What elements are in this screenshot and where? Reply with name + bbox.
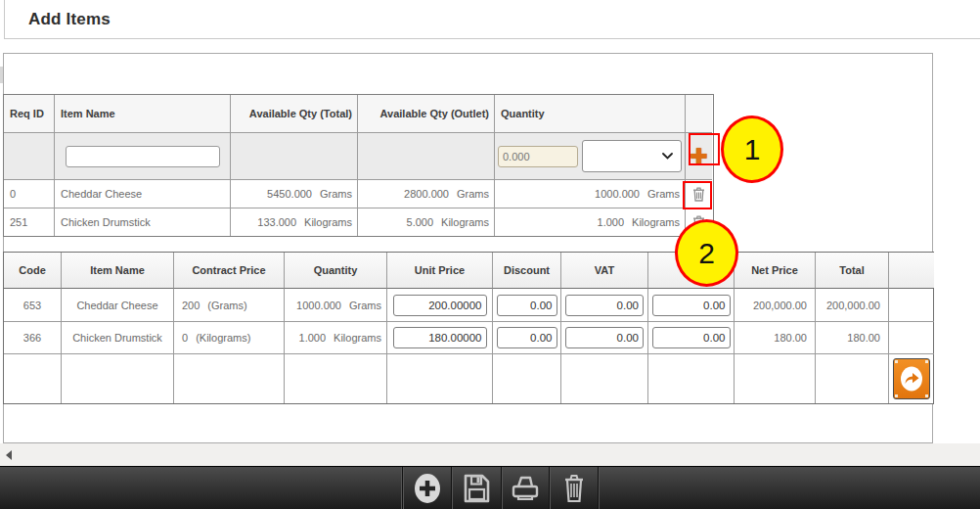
col-header-discount: Discount xyxy=(493,253,561,289)
discount-cell xyxy=(493,322,561,354)
col-header-code: Code xyxy=(4,253,62,289)
discount-cell xyxy=(493,289,561,322)
filter-actions-cell: ✚ xyxy=(686,133,712,180)
row-actions-cell xyxy=(889,289,934,322)
discount-input[interactable] xyxy=(497,295,557,316)
annotation-step-2: 2 xyxy=(675,219,738,287)
row-actions-cell xyxy=(686,180,712,208)
col-header-contract-price: Contract Price xyxy=(174,253,285,289)
item-name-cell: Cheddar Cheese xyxy=(55,180,231,208)
delete-icon xyxy=(563,474,585,503)
filter-req-id-cell xyxy=(4,133,55,180)
add-circle-icon xyxy=(413,472,442,505)
code-cell: 366 xyxy=(4,322,62,354)
annotation-step-1: 1 xyxy=(721,116,783,183)
discount-input[interactable] xyxy=(497,327,557,348)
requisition-table: Req ID Item Name Available Qty (Total) A… xyxy=(3,94,714,237)
horizontal-scrollbar xyxy=(0,443,980,466)
item-name-cell: Chicken Drumstick xyxy=(55,208,231,236)
filter-available-outlet-cell xyxy=(358,133,495,180)
net-price-cell: 180.00 xyxy=(735,322,816,354)
col-header-req-id: Req ID xyxy=(4,95,55,133)
available-outlet-cell: 2800.000 Grams xyxy=(358,180,495,208)
contract-price-cell: 200 (Grams) xyxy=(174,289,285,322)
unit-select-dropdown[interactable] xyxy=(582,140,682,172)
vat-cell xyxy=(561,322,648,354)
forward-arrow-icon xyxy=(899,365,924,393)
col-header-actions xyxy=(686,95,712,133)
filter-item-name-cell xyxy=(55,133,231,180)
col-header-available-total: Available Qty (Total) xyxy=(231,95,358,133)
col-header-actions xyxy=(889,253,934,289)
vat-input[interactable] xyxy=(565,327,644,348)
other-charge-input[interactable] xyxy=(652,295,731,316)
filter-quantity-cell xyxy=(495,133,686,180)
page-title: Add Items xyxy=(28,10,111,29)
item-name-cell: Chicken Drumstick xyxy=(62,322,174,354)
delete-row-trash-icon[interactable] xyxy=(692,187,705,202)
col-header-item-name: Item Name xyxy=(62,253,174,289)
total-cell: 200,000.00 xyxy=(816,289,889,322)
add-items-screen: Add Items Req ID Item Name Available Qty… xyxy=(0,0,980,509)
col-header-quantity: Quantity xyxy=(285,253,387,289)
col-header-available-outlet: Available Qty (Outlet) xyxy=(358,95,495,133)
req-id-cell: 251 xyxy=(4,208,55,236)
toolbar-add-button[interactable] xyxy=(403,467,452,509)
unit-price-cell xyxy=(387,289,493,322)
toolbar-print-button[interactable] xyxy=(502,467,550,509)
print-icon xyxy=(511,475,540,502)
vat-input[interactable] xyxy=(565,295,644,316)
toolbar-delete-button[interactable] xyxy=(550,467,599,509)
quantity-cell: 1.000 Kilograms xyxy=(285,322,387,354)
code-cell: 653 xyxy=(4,289,62,322)
quantity-input[interactable] xyxy=(498,146,578,167)
item-name-filter-input[interactable] xyxy=(66,146,220,167)
scroll-left-arrow-icon[interactable] xyxy=(6,450,12,460)
unit-price-cell xyxy=(387,322,493,354)
submit-cell xyxy=(889,354,934,403)
other-charge-input[interactable] xyxy=(652,327,731,348)
item-name-cell: Cheddar Cheese xyxy=(62,289,174,322)
save-icon xyxy=(464,474,490,503)
chevron-down-icon xyxy=(662,153,673,160)
col-header-unit-price: Unit Price xyxy=(387,253,493,289)
page-header: Add Items xyxy=(4,0,980,39)
row-actions-cell xyxy=(889,322,934,354)
col-header-quantity: Quantity xyxy=(495,95,686,133)
add-row-plus-icon[interactable]: ✚ xyxy=(690,146,708,166)
toolbar-save-button[interactable] xyxy=(452,467,502,509)
available-outlet-cell: 5.000 Kilograms xyxy=(358,208,495,236)
other-charge-cell xyxy=(648,289,735,322)
unit-price-input[interactable] xyxy=(393,295,487,316)
col-header-item-name: Item Name xyxy=(55,95,231,133)
quantity-cell: 1000.000 Grams xyxy=(285,289,387,322)
net-price-cell: 200,000.00 xyxy=(735,289,816,322)
quantity-cell: 1000.000 Grams xyxy=(495,180,686,208)
col-header-total: Total xyxy=(816,253,889,289)
col-header-vat: VAT xyxy=(561,253,648,289)
available-total-cell: 133.000 Kilograms xyxy=(231,208,358,236)
filter-available-total-cell xyxy=(231,133,358,180)
items-table: Code Item Name Contract Price Quantity U… xyxy=(3,252,934,404)
unit-price-input[interactable] xyxy=(393,327,487,348)
contract-price-cell: 0 (Kilograms) xyxy=(174,322,285,354)
other-charge-cell xyxy=(648,322,735,354)
col-header-net-price: Net Price xyxy=(735,253,816,289)
req-id-cell: 0 xyxy=(4,180,55,208)
total-cell: 180.00 xyxy=(816,322,889,354)
quantity-cell: 1.000 Kilograms xyxy=(495,208,686,236)
submit-forward-button[interactable] xyxy=(893,358,930,399)
available-total-cell: 5450.000 Grams xyxy=(231,180,358,208)
bottom-toolbar xyxy=(0,466,980,509)
vat-cell xyxy=(561,289,648,322)
